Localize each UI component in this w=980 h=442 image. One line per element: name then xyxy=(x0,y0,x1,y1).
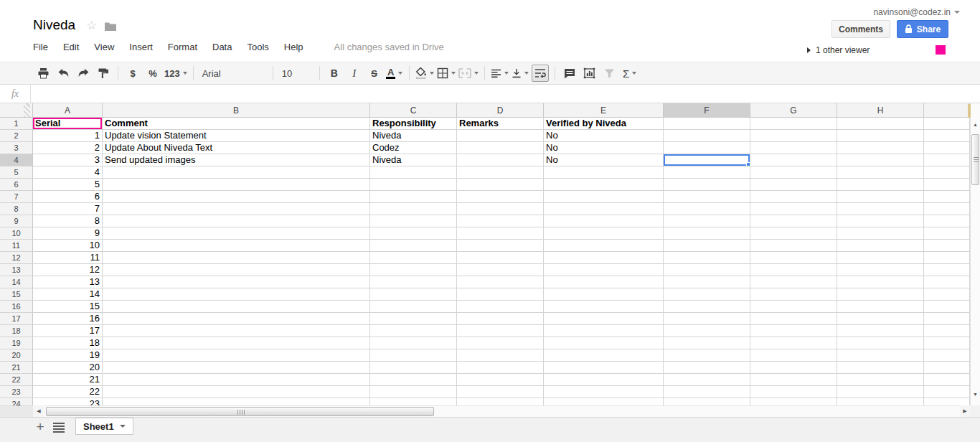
cell-A7[interactable]: 6 xyxy=(33,191,103,203)
menu-insert[interactable]: Insert xyxy=(129,40,157,54)
cell-I16[interactable] xyxy=(924,301,970,313)
row-header-12[interactable]: 12 xyxy=(0,252,33,264)
menu-data[interactable]: Data xyxy=(212,40,236,54)
cell-I11[interactable] xyxy=(924,240,970,252)
cell-F8[interactable] xyxy=(664,203,750,215)
cell-E6[interactable] xyxy=(544,179,664,191)
cell-A12[interactable]: 11 xyxy=(33,252,103,264)
cell-E2[interactable]: No xyxy=(544,130,664,142)
cell-A23[interactable]: 22 xyxy=(33,386,103,398)
cell-A22[interactable]: 21 xyxy=(33,374,103,386)
cell-D1[interactable]: Remarks xyxy=(457,118,544,130)
cell-D17[interactable] xyxy=(457,313,544,325)
cell-A8[interactable]: 7 xyxy=(33,203,103,215)
cell-F6[interactable] xyxy=(664,179,750,191)
cell-A15[interactable]: 14 xyxy=(33,288,103,301)
menu-edit[interactable]: Edit xyxy=(63,40,83,54)
cell-A2[interactable]: 1 xyxy=(33,130,103,142)
cell-E16[interactable] xyxy=(544,301,664,313)
cell-I7[interactable] xyxy=(924,191,970,203)
cell-C2[interactable]: Niveda xyxy=(370,130,457,142)
cell-D14[interactable] xyxy=(457,276,544,288)
cell-G1[interactable] xyxy=(750,118,837,130)
cell-H22[interactable] xyxy=(837,374,924,386)
viewer-status[interactable]: 1 other viewer xyxy=(807,45,870,55)
comments-button[interactable]: Comments xyxy=(831,20,890,38)
cell-H8[interactable] xyxy=(837,203,924,215)
cell-B2[interactable]: Update vision Statement xyxy=(103,130,370,142)
cell-F7[interactable] xyxy=(664,191,750,203)
cell-H12[interactable] xyxy=(837,252,924,264)
cell-I8[interactable] xyxy=(924,203,970,215)
cell-C7[interactable] xyxy=(370,191,457,203)
row-header-2[interactable]: 2 xyxy=(0,130,33,142)
bold-button[interactable]: B xyxy=(326,65,343,82)
column-header-F[interactable]: F xyxy=(664,103,750,118)
cell-A24[interactable]: 23 xyxy=(33,398,103,405)
cell-C15[interactable] xyxy=(370,288,457,301)
cell-D5[interactable] xyxy=(457,166,544,179)
row-header-8[interactable]: 8 xyxy=(0,203,33,215)
formula-input[interactable] xyxy=(31,85,980,103)
all-sheets-button[interactable] xyxy=(53,423,65,433)
cell-A10[interactable]: 9 xyxy=(33,227,103,240)
cell-H24[interactable] xyxy=(837,398,924,405)
cell-A18[interactable]: 17 xyxy=(33,325,103,337)
select-all-corner[interactable] xyxy=(0,103,33,118)
cell-A13[interactable]: 12 xyxy=(33,264,103,276)
cell-E1[interactable]: Verified by Niveda xyxy=(544,118,664,130)
cell-B18[interactable] xyxy=(103,325,370,337)
cell-H23[interactable] xyxy=(837,386,924,398)
column-header-G[interactable]: G xyxy=(750,103,837,118)
cell-A5[interactable]: 4 xyxy=(33,166,103,179)
wrap-text-button[interactable] xyxy=(532,65,549,82)
cell-A21[interactable]: 20 xyxy=(33,362,103,374)
cell-B21[interactable] xyxy=(103,362,370,374)
row-header-1[interactable]: 1 xyxy=(0,118,33,130)
cell-E15[interactable] xyxy=(544,288,664,301)
cell-I9[interactable] xyxy=(924,215,970,227)
cell-I10[interactable] xyxy=(924,227,970,240)
cell-G12[interactable] xyxy=(750,252,837,264)
cell-H3[interactable] xyxy=(837,142,924,154)
cell-B1[interactable]: Comment xyxy=(103,118,370,130)
cell-G22[interactable] xyxy=(750,374,837,386)
cell-E3[interactable]: No xyxy=(544,142,664,154)
cell-H2[interactable] xyxy=(837,130,924,142)
row-header-10[interactable]: 10 xyxy=(0,227,33,240)
cell-H16[interactable] xyxy=(837,301,924,313)
cell-B14[interactable] xyxy=(103,276,370,288)
cell-E4[interactable]: No xyxy=(544,154,664,166)
fill-color-button[interactable] xyxy=(415,65,434,82)
cell-B23[interactable] xyxy=(103,386,370,398)
star-icon[interactable]: ☆ xyxy=(86,19,97,33)
cell-F22[interactable] xyxy=(664,374,750,386)
row-header-17[interactable]: 17 xyxy=(0,313,33,325)
cell-B11[interactable] xyxy=(103,240,370,252)
share-button[interactable]: Share xyxy=(897,20,948,38)
cell-I4[interactable] xyxy=(924,154,970,166)
cell-B15[interactable] xyxy=(103,288,370,301)
column-header-D[interactable]: D xyxy=(457,103,544,118)
row-header-19[interactable]: 19 xyxy=(0,337,33,349)
cell-F3[interactable] xyxy=(664,142,750,154)
text-color-button[interactable]: A xyxy=(386,65,403,82)
cell-A4[interactable]: 3 xyxy=(33,154,103,166)
cell-C3[interactable]: Codez xyxy=(370,142,457,154)
row-header-22[interactable]: 22 xyxy=(0,374,33,386)
horizontal-scrollbar[interactable]: ◀ ▶ xyxy=(0,405,980,417)
merge-cells-button[interactable] xyxy=(458,65,479,82)
cell-G17[interactable] xyxy=(750,313,837,325)
cell-I13[interactable] xyxy=(924,264,970,276)
cell-F13[interactable] xyxy=(664,264,750,276)
column-header-H[interactable]: H xyxy=(837,103,924,118)
cell-G18[interactable] xyxy=(750,325,837,337)
row-header-13[interactable]: 13 xyxy=(0,264,33,276)
cell-D4[interactable] xyxy=(457,154,544,166)
paint-format-button[interactable] xyxy=(95,65,112,82)
document-title[interactable]: Niveda xyxy=(33,17,75,33)
row-header-14[interactable]: 14 xyxy=(0,276,33,288)
cell-B8[interactable] xyxy=(103,203,370,215)
cell-G13[interactable] xyxy=(750,264,837,276)
cell-D23[interactable] xyxy=(457,386,544,398)
